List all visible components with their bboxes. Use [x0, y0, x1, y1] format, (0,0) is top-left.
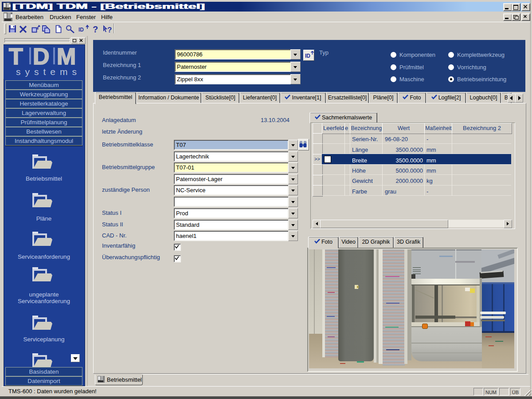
- svg-text:?: ?: [93, 24, 98, 34]
- svg-text:ID: ID: [78, 27, 84, 33]
- svg-text:?: ?: [107, 26, 112, 34]
